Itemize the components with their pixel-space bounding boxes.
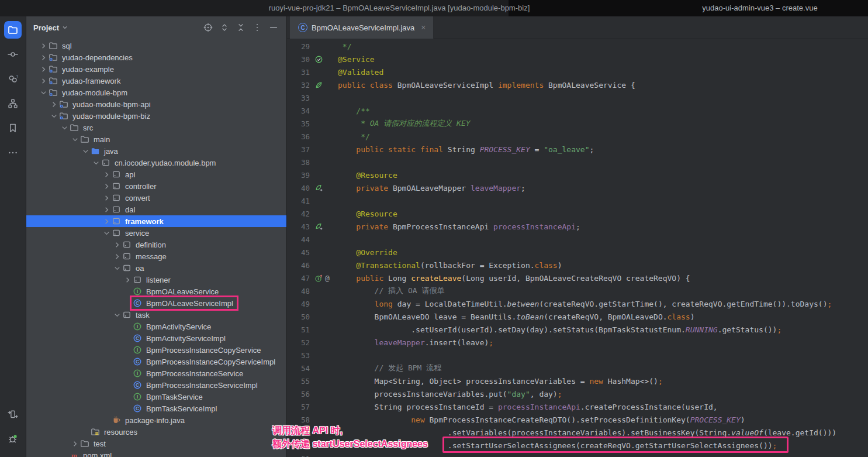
tab-close-icon[interactable]: × [421,23,426,32]
chevron-right-icon[interactable] [39,41,49,50]
bean-gutter-icon[interactable] [310,55,338,64]
tree-item-dal[interactable]: dal [26,204,286,215]
code-line-42[interactable]: 42 @Resource [287,207,868,220]
tree-item-yudao-framework[interactable]: yudao-framework [26,75,286,87]
code-line-48[interactable]: 48 // 插入 OA 请假单 [287,284,868,297]
code-line-35[interactable]: 35 * OA 请假对应的流程定义 KEY [287,117,868,130]
options-icon[interactable] [253,23,262,32]
code-line-47[interactable]: 47I@ public Long createLeave(Long userId… [287,272,868,284]
tree-item-bpmoaleaveserviceimpl[interactable]: CBpmOALeaveServiceImpl [26,297,286,309]
expand-all-icon[interactable] [220,23,229,32]
code-line-40[interactable]: 40 private BpmOALeaveMapper leaveMapper; [287,181,868,194]
tree-item-bpmprocessinstanceserviceimpl[interactable]: CBpmProcessInstanceServiceImpl [26,379,286,391]
chevron-down-icon[interactable] [81,146,91,156]
code-line-52[interactable]: 52 leaveMapper.insert(leave); [287,336,868,349]
project-panel-title[interactable]: Project [33,23,68,32]
tree-item-src[interactable]: src [26,122,286,133]
chevron-right-icon[interactable] [102,217,112,226]
chevron-right-icon[interactable] [39,76,49,85]
tree-item-test[interactable]: test [26,438,286,449]
tree-item-pom-xml[interactable]: mpom.xml [26,449,286,457]
code-line-45[interactable]: 45 @Override [287,246,868,259]
chevron-right-icon[interactable] [102,170,112,179]
chevron-right-icon[interactable] [49,99,59,109]
project-folder-icon[interactable] [4,21,22,39]
tree-item-sql[interactable]: sql [26,40,286,51]
code-line-49[interactable]: 49 long day = LocalDateTimeUtil.between(… [287,297,868,310]
bookmarks-icon[interactable] [4,119,22,137]
code-line-33[interactable]: 33 [287,91,868,104]
code-line-46[interactable]: 46 @Transactional(rollbackFor = Exceptio… [287,259,868,272]
chevron-right-icon[interactable] [102,205,112,214]
code-line-43[interactable]: 43 private BpmProcessInstanceApi process… [287,220,868,233]
tree-item-bpmoaleaveservice[interactable]: IBpmOALeaveService [26,286,286,297]
more-tool-windows-icon[interactable] [4,144,22,162]
code-line-29[interactable]: 29 */ [287,40,868,53]
tree-item-bpmprocessinstancecopyserviceimpl[interactable]: CBpmProcessInstanceCopyServiceImpl [26,356,286,367]
tree-item-yudao-module-bpm-biz[interactable]: yudao-module-bpm-biz [26,110,286,122]
chevron-right-icon[interactable] [39,64,49,74]
chevron-right-icon[interactable] [112,240,122,249]
tree-item-bpmactivityservice[interactable]: IBpmActivityService [26,321,286,332]
commit-icon[interactable] [4,46,22,63]
chevron-down-icon[interactable] [91,158,101,167]
code-line-56[interactable]: 56 processInstanceVariables.put("day", d… [287,387,868,400]
chevron-right-icon[interactable] [102,181,112,191]
code-line-36[interactable]: 36 */ [287,130,868,143]
chevron-right-icon[interactable] [102,193,112,202]
tree-item-message[interactable]: message [26,250,286,262]
tree-item-bpmactivityserviceimpl[interactable]: CBpmActivityServiceImpl [26,332,286,344]
code-line-39[interactable]: 39 @Resource [287,169,868,181]
code-line-37[interactable]: 37 public static final String PROCESS_KE… [287,143,868,156]
code-line-51[interactable]: 51 .setUserId(userId).setDay(day).setSta… [287,323,868,336]
chevron-right-icon[interactable] [123,275,133,284]
tree-item-convert[interactable]: convert [26,192,286,204]
code-line-50[interactable]: 50 BpmOALeaveDO leave = BeanUtils.toBean… [287,310,868,323]
code-line-34[interactable]: 34 /** [287,104,868,117]
code-view[interactable]: 29 */30@Service31@Validated32public clas… [287,39,868,457]
tree-item-oa[interactable]: oa [26,262,286,274]
chevron-down-icon[interactable] [70,135,80,144]
tree-item-main[interactable]: main [26,133,286,145]
collapse-all-icon[interactable] [236,23,245,32]
chevron-down-icon[interactable] [49,111,59,121]
tree-item-cn-iocoder-yudao-module-bpm[interactable]: cn.iocoder.yudao.module.bpm [26,157,286,169]
debug-icon[interactable] [4,430,22,448]
tree-item-java[interactable]: java [26,145,286,157]
tree-item-yudao-example[interactable]: yudao-example [26,63,286,75]
code-line-32[interactable]: 32public class BpmOALeaveServiceImpl imp… [287,78,868,91]
code-line-54[interactable]: 54 // 发起 BPM 流程 [287,362,868,374]
tree-item-framework[interactable]: framework [26,215,286,227]
tree-item-bpmtaskserviceimpl[interactable]: CBpmTaskServiceImpl [26,403,286,414]
code-line-30[interactable]: 30@Service [287,53,868,66]
chevron-down-icon[interactable] [112,310,122,319]
tree-item-package-info-java[interactable]: package-info.java [26,414,286,426]
chevron-down-icon[interactable] [60,123,70,132]
chevron-right-icon[interactable] [39,53,49,62]
tree-item-controller[interactable]: controller [26,180,286,192]
code-line-55[interactable]: 55 Map<String, Object> processInstanceVa… [287,374,868,387]
tree-item-api[interactable]: api [26,169,286,180]
tree-item-service[interactable]: service [26,227,286,239]
code-line-38[interactable]: 38 [287,156,868,169]
structure-icon[interactable] [4,95,22,112]
leaf-gutter-icon[interactable] [310,81,338,90]
chevron-down-icon[interactable] [102,228,112,238]
code-line-57[interactable]: 57 String processInstanceId = processIns… [287,400,868,413]
hide-panel-icon[interactable] [269,23,278,32]
code-line-41[interactable]: 41 [287,194,868,207]
tree-item-yudao-dependencies[interactable]: yudao-dependencies [26,51,286,63]
tree-item-yudao-module-bpm[interactable]: yudao-module-bpm [26,87,286,98]
chevron-down-icon[interactable] [39,88,49,97]
chevron-right-icon[interactable] [70,439,80,448]
code-line-31[interactable]: 31@Validated [287,66,868,78]
tree-item-listener[interactable]: listener [26,274,286,286]
code-line-44[interactable]: 44 [287,233,868,246]
tree-item-yudao-module-bpm-api[interactable]: yudao-module-bpm-api [26,98,286,110]
tree-item-bpmprocessinstanceservice[interactable]: IBpmProcessInstanceService [26,367,286,379]
tree-item-bpmprocessinstancecopyservice[interactable]: IBpmProcessInstanceCopyService [26,344,286,356]
tree-item-bpmtaskservice[interactable]: IBpmTaskService [26,391,286,403]
services-icon[interactable] [4,406,22,423]
leafarrow-gutter-icon[interactable] [310,184,338,193]
tree-item-resources[interactable]: resources [26,426,286,438]
